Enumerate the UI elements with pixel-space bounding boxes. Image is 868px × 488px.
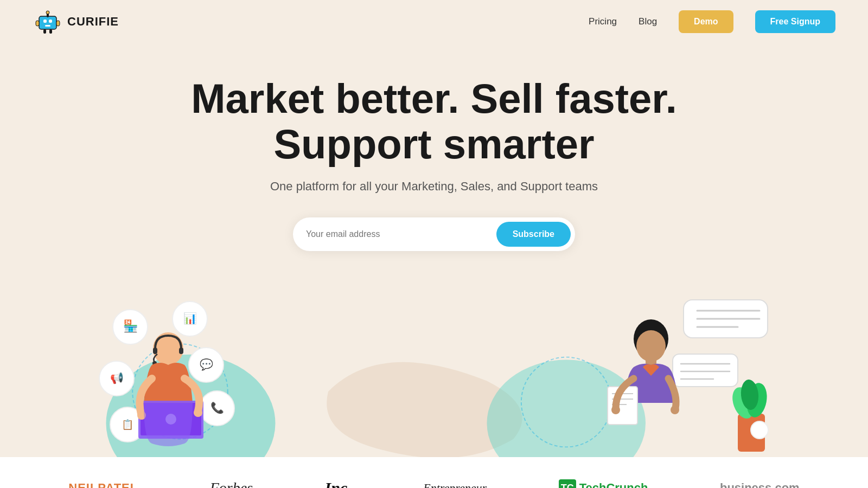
techcrunch-text: TechCrunch — [579, 481, 648, 488]
signup-button[interactable]: Free Signup — [755, 10, 835, 33]
svg-point-51 — [751, 421, 768, 439]
svg-rect-8 — [43, 29, 46, 34]
svg-rect-0 — [39, 16, 56, 29]
hero-subtitle: One platform for all your Marketing, Sal… — [11, 179, 857, 194]
logo-techcrunch: TC TechCrunch — [559, 479, 648, 488]
svg-point-38 — [194, 408, 202, 417]
nav-links: Pricing Blog Demo Free Signup — [589, 10, 835, 33]
logo-icon — [33, 7, 63, 37]
svg-text:💬: 💬 — [200, 358, 213, 371]
svg-text:📢: 📢 — [110, 371, 124, 384]
left-person-svg: 🏪 📊 📢 📋 💬 📞 — [98, 294, 293, 457]
person-left: 🏪 📊 📢 📋 💬 📞 — [98, 294, 293, 457]
svg-point-60 — [671, 406, 679, 414]
hero-section: Market better. Sell faster. Support smar… — [0, 43, 868, 457]
svg-text:📊: 📊 — [183, 312, 197, 325]
svg-point-30 — [153, 332, 183, 365]
svg-rect-6 — [36, 21, 39, 26]
svg-rect-7 — [56, 21, 60, 26]
logo-neilpatel: NEILPATEL — [68, 481, 138, 488]
right-person-svg — [575, 294, 770, 457]
logo-inc: Inc. — [325, 479, 352, 488]
navbar: CURIFIE Pricing Blog Demo Free Signup — [0, 0, 868, 43]
svg-rect-32 — [179, 348, 183, 354]
svg-rect-1 — [43, 20, 47, 23]
svg-point-53 — [636, 330, 666, 362]
person-right — [575, 294, 770, 457]
logo-businesscom: business.com — [720, 481, 800, 488]
tc-badge-icon: TC — [559, 479, 576, 488]
svg-text:🏪: 🏪 — [123, 319, 138, 333]
svg-rect-3 — [45, 25, 50, 27]
svg-point-5 — [46, 11, 49, 14]
subscribe-button[interactable]: Subscribe — [496, 222, 571, 247]
svg-text:📞: 📞 — [210, 401, 224, 414]
email-form: Subscribe — [293, 217, 575, 251]
logos-bar: NEILPATEL Forbes Inc. Entrepreneur TC Te… — [0, 457, 868, 488]
hero-title: Market better. Sell faster. Support smar… — [11, 76, 857, 166]
svg-rect-2 — [49, 20, 52, 23]
logo-entrepreneur: Entrepreneur — [423, 481, 487, 488]
logo[interactable]: CURIFIE — [33, 7, 119, 37]
nav-pricing[interactable]: Pricing — [589, 16, 617, 27]
svg-rect-31 — [153, 348, 157, 354]
nav-blog[interactable]: Blog — [639, 16, 657, 27]
illustration-area: 🏪 📊 📢 📋 💬 📞 — [11, 284, 857, 457]
svg-rect-9 — [49, 29, 52, 34]
svg-rect-43 — [673, 354, 738, 387]
svg-point-59 — [611, 406, 620, 414]
demo-button[interactable]: Demo — [679, 10, 733, 33]
logo-text: CURIFIE — [67, 15, 119, 29]
logo-forbes: Forbes — [210, 479, 253, 488]
email-input[interactable] — [306, 229, 496, 239]
svg-text:📋: 📋 — [122, 419, 134, 431]
